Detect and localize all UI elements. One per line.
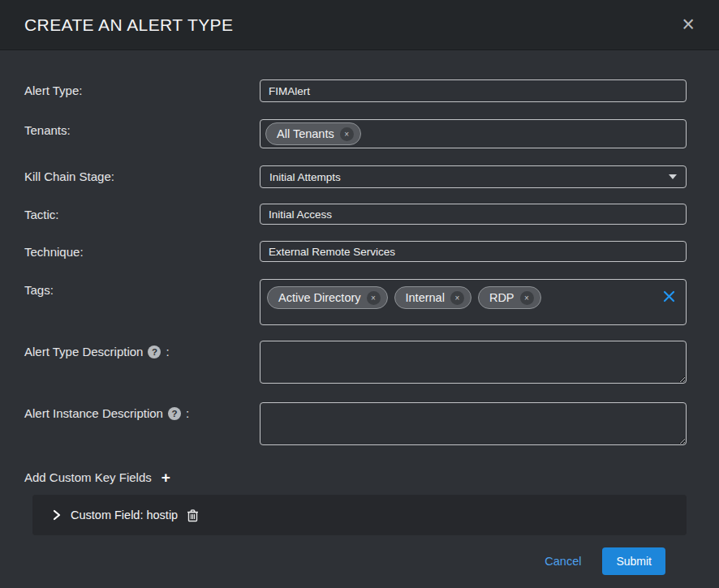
tenants-label: Tenants: xyxy=(24,119,260,137)
kill-chain-stage-row: Kill Chain Stage: Initial Attempts xyxy=(24,165,687,188)
tenant-chip-label: All Tenants xyxy=(277,126,334,142)
tags-row: Tags: Active Directory × Internal × RDP … xyxy=(24,279,687,325)
clear-tags-icon[interactable] xyxy=(663,290,675,303)
alert-type-input[interactable] xyxy=(260,79,687,102)
chip-remove-icon[interactable]: × xyxy=(520,291,534,305)
alert-type-description-label-text: Alert Type Description xyxy=(24,345,143,358)
alert-type-description-row: Alert Type Description ? : xyxy=(24,341,687,387)
tag-chip: Active Directory × xyxy=(267,286,388,309)
alert-type-row: Alert Type: xyxy=(24,79,687,102)
modal-title: CREATE AN ALERT TYPE xyxy=(24,15,233,35)
tag-chip-label: Active Directory xyxy=(278,290,361,306)
delete-custom-field-icon[interactable] xyxy=(187,509,199,522)
chip-remove-icon[interactable]: × xyxy=(367,291,381,305)
kill-chain-stage-label: Kill Chain Stage: xyxy=(24,165,260,183)
chip-remove-icon[interactable]: × xyxy=(450,291,464,305)
tactic-input[interactable] xyxy=(260,204,687,225)
alert-instance-description-textarea[interactable] xyxy=(260,402,687,445)
label-colon: : xyxy=(186,406,189,420)
close-icon[interactable]: × xyxy=(678,12,698,37)
add-custom-field-icon[interactable]: + xyxy=(160,470,172,485)
modal-header: CREATE AN ALERT TYPE × xyxy=(0,0,719,50)
alert-type-label: Alert Type: xyxy=(24,79,260,97)
alert-instance-description-label: Alert Instance Description ? : xyxy=(24,402,260,420)
technique-row: Technique: xyxy=(24,241,687,262)
alert-type-description-label: Alert Type Description ? : xyxy=(24,341,260,358)
tag-chip-label: RDP xyxy=(489,290,514,306)
technique-input[interactable] xyxy=(260,241,687,262)
custom-key-fields-header: Add Custom Key Fields + xyxy=(24,470,687,485)
tags-input[interactable]: Active Directory × Internal × RDP × xyxy=(260,279,687,325)
submit-button[interactable]: Submit xyxy=(602,547,665,575)
tags-label: Tags: xyxy=(24,279,260,297)
help-icon[interactable]: ? xyxy=(168,407,181,420)
chevron-right-icon[interactable] xyxy=(52,509,62,521)
tenant-chip: All Tenants × xyxy=(265,122,361,145)
label-colon: : xyxy=(166,345,169,358)
create-alert-type-modal: CREATE AN ALERT TYPE × Alert Type: Tenan… xyxy=(0,0,719,588)
alert-type-description-textarea[interactable] xyxy=(260,341,687,384)
tag-chip: RDP × xyxy=(478,286,541,309)
technique-label: Technique: xyxy=(24,241,260,259)
cancel-button[interactable]: Cancel xyxy=(545,555,581,568)
alert-instance-description-label-text: Alert Instance Description xyxy=(24,406,163,420)
kill-chain-stage-value: Initial Attempts xyxy=(269,171,341,183)
custom-key-fields-label: Add Custom Key Fields xyxy=(24,470,152,484)
tenants-row: Tenants: All Tenants × xyxy=(24,119,687,148)
custom-field-label: Custom Field: hostip xyxy=(71,509,178,521)
tenants-input[interactable]: All Tenants × xyxy=(260,119,687,148)
tactic-row: Tactic: xyxy=(24,204,687,225)
tactic-label: Tactic: xyxy=(24,204,260,221)
tag-chip: Internal × xyxy=(394,286,471,309)
tag-chip-label: Internal xyxy=(406,290,445,306)
modal-body: Alert Type: Tenants: All Tenants × Kill … xyxy=(0,50,719,588)
kill-chain-stage-select[interactable]: Initial Attempts xyxy=(260,165,687,188)
chip-remove-icon[interactable]: × xyxy=(340,127,354,141)
alert-instance-description-row: Alert Instance Description ? : xyxy=(24,402,687,449)
custom-field-item[interactable]: Custom Field: hostip xyxy=(32,495,687,535)
modal-footer: Cancel Submit xyxy=(24,535,687,575)
help-icon[interactable]: ? xyxy=(148,346,161,358)
chevron-down-icon xyxy=(669,174,677,179)
